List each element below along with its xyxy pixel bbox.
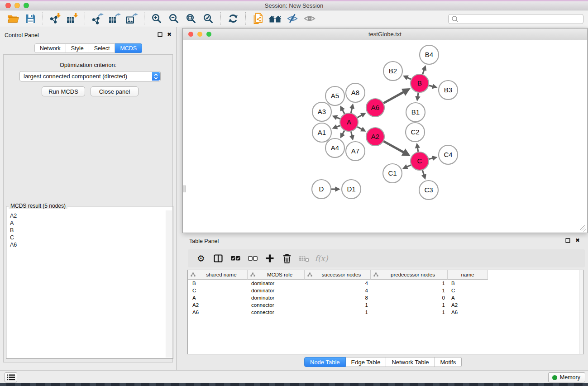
table-row[interactable]: Adominator80A bbox=[188, 294, 579, 301]
tab-edge-table[interactable]: Edge Table bbox=[346, 357, 387, 367]
zoom-fit-button[interactable] bbox=[183, 12, 199, 25]
column-header-name[interactable]: name bbox=[448, 270, 488, 280]
add-row-button[interactable] bbox=[264, 252, 276, 265]
table-settings-button[interactable]: ⚙ bbox=[195, 252, 207, 265]
close-table-panel-icon[interactable]: ✖ bbox=[575, 238, 580, 243]
export-network-button[interactable] bbox=[90, 12, 105, 25]
table-cell[interactable]: A2 bbox=[188, 301, 248, 309]
table-cell[interactable]: 1 bbox=[371, 301, 448, 309]
result-list-scrollbar[interactable] bbox=[166, 210, 172, 357]
mcds-result-item[interactable]: A6 bbox=[10, 241, 166, 248]
table-cell[interactable]: dominator bbox=[248, 287, 305, 294]
deselect-all-rows-button[interactable] bbox=[247, 252, 258, 265]
table-row[interactable]: Bdominator41B bbox=[188, 280, 579, 287]
table-row[interactable]: A2connector11A2 bbox=[188, 301, 579, 309]
edge-A-A8[interactable] bbox=[351, 108, 352, 113]
table-cell[interactable]: 1 bbox=[305, 301, 371, 309]
edge-B-B3[interactable] bbox=[429, 86, 433, 86]
column-header-predecessor-nodes[interactable]: predecessor nodes bbox=[371, 270, 448, 280]
mcds-result-item[interactable]: B bbox=[10, 227, 166, 234]
table-cell[interactable]: A bbox=[188, 294, 248, 301]
table-row[interactable]: Cdominator41C bbox=[188, 287, 579, 294]
column-visibility-button[interactable] bbox=[212, 252, 224, 265]
network-maximize-button[interactable] bbox=[206, 32, 211, 37]
search-box[interactable] bbox=[448, 14, 583, 24]
edge-C-C2[interactable] bbox=[417, 148, 418, 152]
float-table-panel-icon[interactable] bbox=[565, 238, 570, 243]
close-panel-icon[interactable]: ✖ bbox=[167, 32, 172, 37]
table-cell[interactable]: A bbox=[448, 294, 488, 301]
column-header-mcds-role[interactable]: MCDS role bbox=[248, 270, 305, 280]
optimization-criterion-select[interactable]: largest connected component (directed) bbox=[19, 71, 161, 81]
table-cell[interactable]: A6 bbox=[188, 309, 248, 316]
table-cell[interactable]: C bbox=[188, 287, 248, 294]
edge-C-C1[interactable] bbox=[407, 165, 411, 167]
table-cell[interactable]: 4 bbox=[305, 287, 371, 294]
zoom-out-button[interactable] bbox=[166, 12, 182, 25]
window-edge-grip[interactable] bbox=[183, 186, 186, 192]
float-panel-icon[interactable] bbox=[158, 32, 163, 37]
table-cell[interactable]: 1 bbox=[305, 309, 371, 316]
column-header-shared-name[interactable]: shared name bbox=[188, 270, 248, 280]
network-minimize-button[interactable] bbox=[197, 32, 202, 37]
table-cell[interactable]: 1 bbox=[371, 287, 448, 294]
save-session-button[interactable] bbox=[23, 12, 38, 25]
show-graphics-details-button[interactable] bbox=[302, 12, 317, 25]
edge-A-A1[interactable] bbox=[337, 126, 340, 127]
select-all-rows-button[interactable] bbox=[229, 252, 241, 265]
edge-A2-C[interactable] bbox=[383, 141, 404, 152]
zoom-in-button[interactable] bbox=[149, 12, 164, 25]
mcds-result-item[interactable]: A2 bbox=[10, 212, 166, 219]
home-button[interactable] bbox=[268, 12, 283, 25]
hide-graphics-details-button[interactable] bbox=[285, 12, 300, 25]
network-graph[interactable]: AA1A2A3A4A5A6A7A8BB1B2B3B4CC1C2C3C4DD1 bbox=[183, 40, 587, 233]
table-cell[interactable]: B bbox=[188, 280, 248, 287]
column-header-successor-nodes[interactable]: successor nodes bbox=[305, 270, 371, 280]
tab-node-table[interactable]: Node Table bbox=[304, 357, 346, 367]
table-cell[interactable]: B bbox=[448, 280, 488, 287]
edge-C-C3[interactable] bbox=[422, 170, 424, 175]
import-network-button[interactable] bbox=[48, 12, 63, 25]
task-history-button[interactable] bbox=[5, 372, 17, 382]
run-mcds-button[interactable]: Run MCDS bbox=[42, 86, 85, 96]
delete-row-button[interactable] bbox=[281, 252, 293, 265]
window-titlebar[interactable]: Session: New Session bbox=[0, 0, 588, 10]
edge-B-B4[interactable] bbox=[423, 70, 424, 74]
tab-network-table[interactable]: Network Table bbox=[386, 357, 435, 367]
table-cell[interactable]: 1 bbox=[371, 309, 448, 316]
tab-select[interactable]: Select bbox=[89, 43, 115, 53]
network-canvas[interactable]: AA1A2A3A4A5A6A7A8BB1B2B3B4CC1C2C3C4DD1 bbox=[183, 40, 587, 233]
mcds-result-list[interactable]: A2ABCA6 bbox=[7, 210, 166, 357]
network-window-titlebar[interactable]: testGlobe.txt bbox=[183, 29, 587, 40]
network-close-button[interactable] bbox=[188, 32, 193, 37]
edge-C-C4[interactable] bbox=[429, 158, 432, 159]
table-cell[interactable]: connector bbox=[248, 309, 305, 316]
zoom-selected-button[interactable] bbox=[201, 12, 216, 25]
tab-network[interactable]: Network bbox=[34, 43, 66, 53]
edge-A-A6[interactable] bbox=[357, 115, 362, 117]
table-cell[interactable]: C bbox=[448, 287, 488, 294]
table-cell[interactable]: 0 bbox=[371, 294, 448, 301]
table-cell[interactable]: 8 bbox=[305, 294, 371, 301]
table-cell[interactable]: 4 bbox=[305, 280, 371, 287]
edge-A6-B[interactable] bbox=[383, 92, 404, 103]
tab-mcds[interactable]: MCDS bbox=[115, 43, 142, 53]
window-resize-grip[interactable] bbox=[580, 225, 586, 232]
edge-A-A3[interactable] bbox=[337, 118, 340, 119]
edge-B-B2[interactable] bbox=[407, 78, 411, 80]
export-image-button[interactable] bbox=[124, 12, 139, 25]
table-row[interactable]: A6connector11A6 bbox=[188, 309, 579, 316]
export-table-button[interactable] bbox=[107, 12, 122, 25]
table-cell[interactable]: dominator bbox=[248, 280, 305, 287]
edge-A-A7[interactable] bbox=[351, 132, 352, 136]
tab-motifs[interactable]: Motifs bbox=[435, 357, 462, 367]
memory-button[interactable]: Memory bbox=[548, 372, 585, 382]
table-cell[interactable]: A6 bbox=[448, 309, 488, 316]
table-scrollbar[interactable] bbox=[579, 270, 583, 354]
mcds-result-item[interactable]: A bbox=[10, 219, 166, 227]
mcds-result-item[interactable]: C bbox=[10, 234, 166, 241]
open-file-button[interactable] bbox=[5, 12, 21, 25]
table-cell[interactable]: 1 bbox=[371, 280, 448, 287]
apply-layout-button[interactable] bbox=[225, 12, 241, 25]
edge-A-A5[interactable] bbox=[342, 110, 344, 114]
